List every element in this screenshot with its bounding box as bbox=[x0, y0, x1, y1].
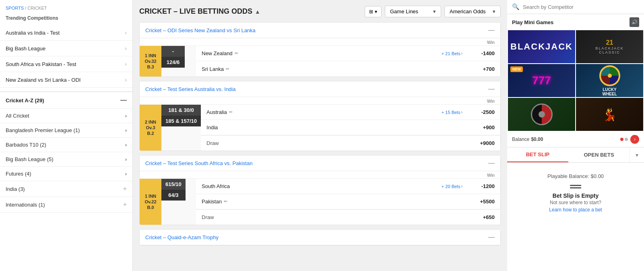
overs: Ov.3 bbox=[146, 125, 155, 130]
team2-right: +5500 bbox=[466, 199, 495, 205]
section-collapse-icon[interactable]: — bbox=[488, 234, 495, 241]
trending-item[interactable]: Big Bash League› bbox=[0, 41, 132, 56]
sidebar-sub-item[interactable]: Big Bash League (5)› bbox=[0, 152, 132, 167]
section-header: Cricket – Quaid-e-Azam Trophy — bbox=[140, 230, 500, 245]
page-title: CRICKET – LIVE BETTING ODDS ▲ bbox=[139, 7, 260, 16]
learn-link[interactable]: Learn how to place a bet bbox=[549, 207, 602, 213]
game-tile-blackjack21[interactable]: 21 BLACKJACKCLASSIC bbox=[576, 30, 643, 63]
header-controls: ⊞ ▾ Game Lines ▾ American Odds ▾ bbox=[365, 6, 501, 17]
sub-item-label: India (3) bbox=[6, 186, 25, 192]
match-section: Cricket – Quaid-e-Azam Trophy — bbox=[139, 229, 501, 246]
section-link[interactable]: Cricket – Test Series Australia vs. Indi… bbox=[145, 86, 235, 92]
playable-balance-amount: 0.00 bbox=[594, 173, 604, 179]
cricket-az-section: Cricket A-Z (29) — All Cricket›Banglades… bbox=[0, 91, 132, 213]
balance-label: Balance bbox=[512, 137, 529, 142]
game-tile-roulette[interactable] bbox=[508, 98, 575, 131]
bj21-label: 21 bbox=[595, 39, 624, 46]
team2-odds[interactable]: +700 bbox=[466, 66, 495, 72]
game-tile-blackjack[interactable]: BLACKJACK bbox=[508, 30, 575, 63]
odds-type-caret: ▾ bbox=[493, 8, 495, 14]
team1-odds[interactable]: -1200 bbox=[466, 183, 495, 189]
chevron-right-icon: › bbox=[125, 45, 127, 52]
sidebar-sub-item[interactable]: Internationals (1)+ bbox=[0, 197, 132, 213]
col-header: Win bbox=[140, 38, 500, 46]
breadcrumb-sports[interactable]: SPORTS bbox=[6, 6, 24, 10]
score-top: 181 & 30/0 bbox=[161, 105, 201, 116]
trending-item[interactable]: South Africa vs Pakistan - Test› bbox=[0, 56, 132, 72]
game-lines-dropdown[interactable]: Game Lines ▾ bbox=[385, 6, 441, 17]
game-tile-slots[interactable]: 💃 bbox=[576, 98, 643, 131]
sidebar-sub-item[interactable]: India (3)+ bbox=[0, 181, 132, 197]
sidebar-sub-item[interactable]: Bangladesh Premier League (1)› bbox=[0, 123, 132, 138]
section-link[interactable]: Cricket – Test Series South Africa vs. P… bbox=[145, 160, 252, 166]
team1-right: + 21 Bets › -1400 bbox=[442, 50, 495, 56]
draw-odds[interactable]: +650 bbox=[466, 214, 495, 220]
trending-item[interactable]: New Zealand vs Sri Lanka - ODI› bbox=[0, 72, 132, 88]
empty-slip-icon bbox=[570, 185, 581, 188]
tab-open-bets[interactable]: OPEN BETS bbox=[568, 147, 630, 162]
dot-2 bbox=[625, 138, 628, 141]
section-link[interactable]: Cricket – Quaid-e-Azam Trophy bbox=[145, 234, 219, 240]
game-lines-caret: ▾ bbox=[433, 8, 436, 14]
section-link[interactable]: Cricket – ODI Series New Zealand vs Sri … bbox=[145, 27, 256, 33]
bets-link[interactable]: + 15 Bets › bbox=[442, 110, 462, 115]
team-row-2: Pakistan ✏ +5500 bbox=[196, 194, 500, 209]
bj21-sub-label: BLACKJACKCLASSIC bbox=[595, 46, 624, 54]
bet-tab-more[interactable]: ▾ bbox=[630, 147, 644, 162]
empty-line-2 bbox=[570, 187, 581, 188]
grid-view-button[interactable]: ⊞ ▾ bbox=[365, 6, 382, 17]
empty-line-1 bbox=[570, 185, 581, 186]
section-collapse-icon[interactable]: — bbox=[488, 27, 495, 34]
sidebar-sub-item[interactable]: Barbados T10 (2)› bbox=[0, 138, 132, 152]
carousel-next-button[interactable]: › bbox=[630, 135, 639, 144]
section-header: Cricket – Test Series South Africa vs. P… bbox=[140, 155, 500, 171]
section-collapse-icon[interactable]: — bbox=[488, 85, 495, 93]
edit-icon: ✏ bbox=[229, 110, 233, 115]
team2-right: +700 bbox=[466, 66, 495, 72]
sub-item-label: Internationals (1) bbox=[6, 202, 45, 208]
sub-item-label: Barbados T10 (2) bbox=[6, 142, 46, 148]
game-tile-777[interactable]: NEW 777 bbox=[508, 64, 575, 97]
section-header: Cricket – ODI Series New Zealand vs Sri … bbox=[140, 23, 500, 38]
sidebar-sub-item[interactable]: All Cricket› bbox=[0, 109, 132, 123]
cricket-az-header[interactable]: Cricket A-Z (29) — bbox=[0, 92, 132, 109]
score-box: 1 INN Ov.32 B.3 - 124/6 bbox=[140, 46, 196, 77]
team2-odds[interactable]: +5500 bbox=[466, 199, 495, 205]
odds-type-label: American Odds bbox=[450, 8, 486, 14]
sub-items: All Cricket›Bangladesh Premier League (1… bbox=[0, 109, 132, 213]
bets-link[interactable]: + 21 Bets › bbox=[442, 51, 462, 56]
draw-row: Draw +650 bbox=[196, 209, 500, 225]
volume-button[interactable]: 🔊 bbox=[630, 17, 639, 27]
sidebar-sub-item[interactable]: Futures (4)› bbox=[0, 167, 132, 181]
playable-balance: Playable Balance: $0.00 bbox=[547, 169, 604, 181]
odds-type-dropdown[interactable]: American Odds ▾ bbox=[444, 6, 501, 17]
sub-item-label: Bangladesh Premier League (1) bbox=[6, 127, 80, 133]
balance-amount: $0.00 bbox=[531, 137, 543, 142]
team1-odds[interactable]: -1400 bbox=[466, 50, 495, 56]
bets-arrow-icon: › bbox=[461, 51, 462, 56]
search-input[interactable] bbox=[523, 4, 639, 10]
trending-item-label: New Zealand vs Sri Lanka - ODI bbox=[6, 77, 80, 83]
section-collapse-icon[interactable]: — bbox=[488, 159, 495, 167]
bets-link[interactable]: + 20 Bets › bbox=[442, 184, 462, 189]
tab-bet-slip[interactable]: BET SLIP bbox=[507, 147, 568, 162]
team1-name: Australia ✏ bbox=[206, 109, 233, 115]
team2-odds[interactable]: +900 bbox=[466, 124, 495, 130]
draw-odds[interactable]: +9000 bbox=[466, 140, 495, 146]
bet-slip-body: Playable Balance: $0.00 Bet Slip is Empt… bbox=[507, 163, 644, 271]
innings-num: 1 INN bbox=[145, 53, 156, 58]
playable-balance-label: Playable Balance: $ bbox=[547, 173, 594, 179]
team-row-2: India +900 bbox=[201, 120, 500, 135]
innings-label: 2 INN Ov.3 B.2 bbox=[140, 105, 161, 151]
777-label: 777 bbox=[532, 74, 551, 87]
trending-item[interactable]: Australia vs India - Test› bbox=[0, 25, 132, 41]
chevron-right-icon: › bbox=[125, 113, 127, 119]
match-section: Cricket – Test Series South Africa vs. P… bbox=[139, 155, 501, 225]
game-tile-lucky-wheel[interactable]: LUCKYWHEEL bbox=[576, 64, 643, 97]
lucky-wheel-graphic bbox=[599, 65, 620, 86]
draw-row: Draw +9000 bbox=[201, 135, 500, 151]
chevron-right-icon: › bbox=[125, 127, 127, 133]
team1-odds[interactable]: -2500 bbox=[466, 109, 495, 115]
page-title-text: CRICKET – LIVE BETTING ODDS bbox=[139, 7, 252, 16]
edit-icon: ✏ bbox=[224, 199, 227, 204]
